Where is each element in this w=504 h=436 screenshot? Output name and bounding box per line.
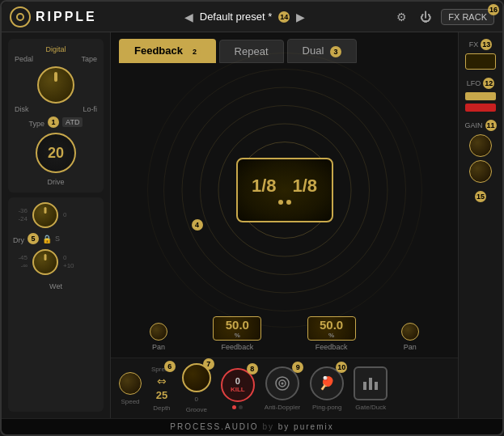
time-dots	[278, 200, 291, 205]
app-logo-text: RIPPLE	[36, 10, 97, 24]
gain-label: GAIN	[464, 121, 482, 129]
left-feedback-pct: %	[235, 332, 240, 339]
fx-label: FX	[469, 40, 479, 49]
type-knob[interactable]	[37, 66, 74, 104]
speed-knob[interactable]	[119, 372, 142, 395]
svg-point-2	[282, 382, 284, 384]
dry-badge: 5	[28, 233, 39, 244]
right-pan-control: Pan	[401, 323, 419, 351]
visualizer-area: 1/8 1/8 4	[111, 63, 458, 316]
groove-section: 7 0 Groove	[182, 363, 211, 413]
gate-button[interactable]	[354, 366, 388, 400]
gain-badge: 11	[485, 120, 497, 131]
svg-rect-3	[363, 382, 366, 390]
knob-indicator	[54, 72, 57, 82]
tab-feedback[interactable]: Feedback 2	[119, 39, 216, 63]
dot-2	[286, 200, 291, 205]
lfo-section: LFO 12	[465, 78, 496, 112]
pingpong-icon: 🏓	[319, 375, 335, 391]
lfo-bar-red[interactable]	[465, 104, 496, 112]
antidoppler-label: Anti-Doppler	[265, 404, 300, 411]
center-time-display[interactable]: 1/8 1/8	[236, 158, 333, 222]
preset-badge: 14	[278, 11, 290, 23]
badge-4: 4	[192, 219, 203, 231]
fx-rack-button[interactable]: FX RACK	[441, 9, 494, 25]
groove-label: Groove	[186, 406, 207, 413]
gate-section: Gate/Duck	[354, 366, 388, 411]
logo-area: RIPPLE	[10, 6, 97, 28]
fx-display[interactable]	[465, 53, 496, 70]
type-labels-top: Pedal Tape	[15, 55, 97, 63]
type-badge-row: Type 1 ATD	[15, 116, 97, 128]
main-area: Feedback 2 Repeat Dual 3	[111, 32, 458, 418]
left-feedback-label: Feedback	[222, 343, 254, 351]
left-pan-control: Pan	[150, 323, 167, 351]
preset-name: Default preset *	[200, 11, 273, 23]
groove-value: 0	[195, 396, 198, 403]
badge-9: 9	[292, 362, 303, 373]
depth-label: Depth	[153, 404, 170, 412]
lfo-label: LFO	[467, 79, 481, 87]
left-panel: Digital Pedal Tape Disk Lo-fi Type 1	[2, 32, 111, 418]
dry-title: Dry	[13, 236, 24, 244]
pingpong-label: Ping-pong	[312, 404, 341, 411]
type-badge: 1	[48, 116, 59, 128]
left-pan-label: Pan	[152, 343, 165, 351]
controls-row: Pan 50.0 % Feedback 50.0 % Feedback	[111, 316, 458, 358]
gain-knob-1[interactable]	[469, 134, 492, 157]
gain-section: GAIN 11	[464, 120, 496, 183]
right-sidebar: FX 13 LFO 12 GAIN 11	[458, 32, 502, 418]
left-pan-knob[interactable]	[150, 323, 167, 341]
time-display: 1/8 1/8	[252, 176, 317, 197]
fx-rack-badge: 16	[488, 4, 499, 15]
dot-1	[278, 200, 283, 205]
right-feedback-display[interactable]: 50.0 %	[307, 316, 356, 341]
lock-icon[interactable]: 🔒	[42, 235, 52, 243]
footer-brand: PROCESS.AUDIO by by puremix	[170, 422, 333, 431]
tape-label: Tape	[81, 55, 97, 63]
power-button[interactable]: ⏻	[417, 8, 434, 26]
drive-label: Drive	[15, 178, 97, 186]
lfo-bar-gold[interactable]	[465, 92, 496, 100]
dry-knob[interactable]	[32, 202, 58, 228]
wet-title: Wet	[13, 282, 99, 290]
digital-label: Digital	[15, 45, 97, 53]
footer: PROCESS.AUDIO by by puremix	[2, 418, 502, 434]
kill-dot-active	[232, 405, 236, 409]
s-button[interactable]: S	[55, 235, 60, 243]
right-feedback-control: 50.0 % Feedback	[307, 316, 356, 351]
logo-icon	[10, 6, 31, 28]
kill-section: 8 0 KILL	[221, 368, 255, 409]
right-pan-knob[interactable]	[401, 323, 419, 341]
kill-label: KILL	[231, 386, 245, 393]
antidoppler-section: 9 Anti-Doppler	[265, 366, 300, 411]
tab-feedback-badge: 2	[189, 46, 201, 57]
top-right-controls: ⚙ ⏻ FX RACK 16	[392, 8, 494, 26]
svg-rect-4	[369, 378, 372, 390]
speed-section: Speed	[119, 372, 142, 405]
groove-knob[interactable]	[182, 363, 211, 392]
kill-dot-inactive	[239, 405, 243, 409]
gain-knob-2[interactable]	[469, 160, 492, 183]
vis-container: 1/8 1/8 4	[143, 101, 426, 279]
drive-display[interactable]: 20	[36, 133, 76, 173]
wet-knob[interactable]	[32, 249, 58, 275]
speed-label: Speed	[121, 398, 139, 405]
right-pan-label: Pan	[404, 343, 417, 351]
preset-area: ◀ Default preset * 14 ▶	[184, 11, 306, 23]
left-feedback-display[interactable]: 50.0 %	[213, 316, 261, 341]
fx-section: FX 13	[465, 39, 496, 70]
preset-prev-button[interactable]: ◀	[184, 11, 193, 23]
kill-dots	[232, 405, 243, 409]
type-title: Type	[29, 120, 45, 128]
atd-label: ATD	[62, 117, 83, 127]
pedal-label: Pedal	[15, 55, 33, 63]
main-window: RIPPLE ◀ Default preset * 14 ▶ ⚙ ⏻ FX RA…	[0, 0, 504, 436]
settings-button[interactable]: ⚙	[392, 8, 410, 26]
pingpong-section: 10 🏓 Ping-pong	[310, 366, 344, 411]
right-feedback-pct: %	[328, 332, 334, 339]
spread-icon: ⇔	[157, 375, 167, 387]
preset-next-button[interactable]: ▶	[296, 11, 305, 23]
content-area: Digital Pedal Tape Disk Lo-fi Type 1	[2, 32, 502, 418]
tab-dual-badge: 3	[330, 46, 341, 57]
